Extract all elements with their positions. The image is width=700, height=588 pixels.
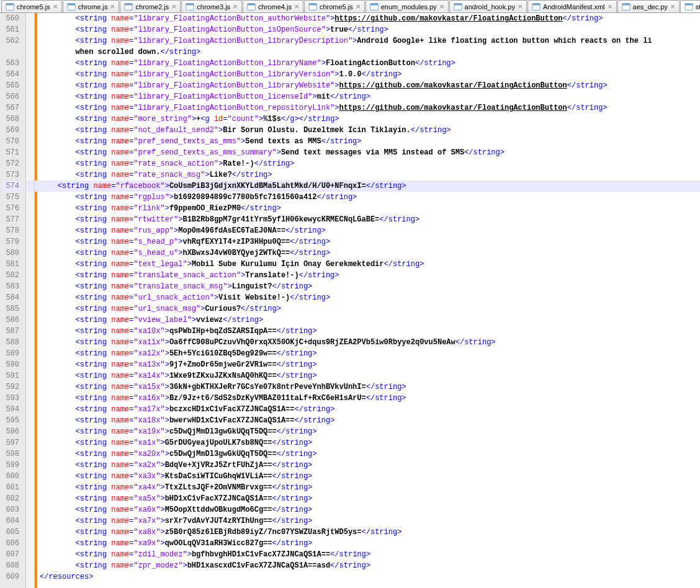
tab-bar: chrome5.js✕chrome.js✕chrome2.js✕chrome3.… — [0, 0, 700, 13]
code-line[interactable]: <string name="xa1x">G5rDUGyeajUpoULK7sb8… — [37, 437, 700, 448]
code-line[interactable]: <string name="xa18x">bwerwHD1xC1vFacX7ZJ… — [37, 415, 700, 426]
line-number: 570 — [2, 136, 20, 147]
line-number: 592 — [2, 381, 20, 393]
close-icon[interactable]: ✕ — [233, 3, 238, 10]
code-line[interactable]: <string name="xa20x">c5DwQjMmDl3gwGkUQqT… — [37, 448, 700, 460]
line-number: 566 — [2, 91, 20, 102]
tab-chrome5-js[interactable]: chrome5.js✕ — [1, 0, 62, 12]
code-line[interactable]: <string name="zdil_modez">bgfhbvghHD1xC1… — [37, 549, 700, 560]
close-icon[interactable]: ✕ — [356, 3, 361, 10]
code-line[interactable]: <string name="url_snack_msg">Curious?</s… — [37, 303, 700, 314]
code-line[interactable]: <string name="not_default_send2">Bir Sor… — [37, 125, 700, 136]
code-line[interactable]: <string name="xa9x">qwOOLqQV31aRH3Wicc82… — [37, 538, 700, 549]
line-number: 591 — [2, 370, 20, 381]
close-icon[interactable]: ✕ — [294, 3, 299, 10]
line-number: 563 — [2, 58, 20, 69]
code-line[interactable]: <string name="xa4x">TtxZLtsJQF+2OmVNMBrv… — [37, 482, 700, 493]
code-line[interactable]: <string name="xa2x">BdqVe+XjVRzJ5ZrtFUhZ… — [37, 460, 700, 471]
tab-chrome3-js[interactable]: chrome3.js✕ — [181, 0, 242, 12]
code-line[interactable]: <string name="xa13x">9j7+ZmoDr65mjweGr2V… — [37, 359, 700, 370]
code-line[interactable]: <string name="xa19x">c5DwQjMmDl3gwGkUQqT… — [37, 426, 700, 437]
tab-android_hook-py[interactable]: android_hook.py✕ — [449, 0, 527, 12]
code-line[interactable]: <string name="xa17x">bczxcHD1xC1vFacX7ZJ… — [37, 404, 700, 415]
code-line[interactable]: </resources> — [37, 571, 700, 582]
code-line[interactable]: <string name="library_FloatingActionButt… — [37, 80, 700, 91]
code-line[interactable]: <string name="library_FloatingActionButt… — [37, 58, 700, 69]
js-file-icon — [6, 2, 14, 11]
code-line[interactable]: <string name="vview_label">vviewz</strin… — [37, 314, 700, 326]
code-line[interactable]: <string name="pref_send_texts_as_mms">Se… — [37, 136, 700, 147]
close-icon[interactable]: ✕ — [518, 3, 523, 10]
py-file-icon — [454, 2, 462, 11]
code-line[interactable]: <string name="xa15x">36kN+gbKTHXJeRr7GCs… — [37, 381, 700, 393]
tab-chrome4-js[interactable]: chrome4.js✕ — [243, 0, 303, 12]
tab-aes_dec-py[interactable]: aes_dec.py✕ — [617, 0, 680, 12]
line-number: 568 — [2, 114, 20, 125]
code-line[interactable]: <string name="s_head_u">hXBwxsJ4vW0BYQye… — [37, 247, 700, 259]
line-number: 564 — [2, 69, 20, 80]
line-number: 580 — [2, 247, 20, 259]
js-file-icon — [186, 2, 194, 11]
close-icon[interactable]: ✕ — [608, 3, 612, 10]
line-number: 603 — [2, 504, 20, 515]
svg-rect-1 — [6, 3, 14, 5]
svg-rect-15 — [454, 3, 461, 5]
code-line[interactable]: <string name="xa12x">5Eh+5YciG10ZBq5Deg9… — [37, 348, 700, 359]
code-line[interactable]: <string name="library_FloatingActionButt… — [37, 35, 700, 47]
code-line[interactable]: <string name="xa8x">z5B0rQ85z6lEBjRdb89i… — [37, 527, 700, 538]
code-line[interactable]: <string name="xa11x">Oa6ffC908uPCzuvVhQ0… — [37, 337, 700, 348]
code-line[interactable]: <string name="rgplus">b16920894899c7780b… — [37, 192, 700, 203]
code-line[interactable]: <string name="zpr_modez">bHD1xascxdC1vFa… — [37, 560, 700, 571]
code-line[interactable]: <string name="pref_send_texts_as_mms_sum… — [37, 147, 700, 158]
code-line[interactable]: <string name="rlink">f9ppemOO_RiezPM0</s… — [37, 203, 700, 214]
close-icon[interactable]: ✕ — [110, 3, 115, 10]
line-number: 604 — [2, 515, 20, 527]
close-icon[interactable]: ✕ — [171, 3, 176, 10]
tab-chrome2-js[interactable]: chrome2.js✕ — [120, 0, 181, 12]
code-line[interactable]: <string name="translate_snack_action">Tr… — [37, 270, 700, 281]
code-line[interactable]: <string name="xa6x">M5OopXttddwOBkugdMo6… — [37, 504, 700, 515]
tab-chrome-js[interactable]: chrome.js✕ — [63, 0, 120, 12]
svg-rect-5 — [125, 3, 132, 5]
code-line[interactable]: <string name="rfacebook">CoUsmPiB3jGdjxn… — [37, 180, 700, 192]
code-line[interactable]: <string name="xa10x">qsPWbIHp+bqZdSZARSI… — [37, 326, 700, 337]
code-line[interactable]: <string name="xa14x">1Wxe9tZKxuJZKxNsAQ0… — [37, 370, 700, 381]
code-line[interactable]: <string name="library_FloatingActionButt… — [37, 102, 700, 114]
code-line[interactable]: <string name="library_FloatingActionButt… — [37, 69, 700, 80]
close-icon[interactable]: ✕ — [53, 3, 58, 10]
code-line[interactable]: <string name="url_snack_action">Visit We… — [37, 292, 700, 303]
svg-rect-19 — [622, 3, 629, 5]
line-number: 605 — [2, 527, 20, 538]
code-line[interactable]: when scrolled down.</string> — [37, 47, 700, 58]
code-line[interactable]: <string name="rate_snack_action">Rate!-)… — [37, 158, 700, 169]
code-line[interactable]: <string name="rtwitter">B1B2Rb8gpM7gr41t… — [37, 214, 700, 225]
code-line[interactable]: <string name="xa16x">Bz/9Jz+t6/SdS2sDzKy… — [37, 393, 700, 404]
code-line[interactable]: <string name="rus_app">Mop0m496fdAsEC6Ta… — [37, 225, 700, 236]
line-number: 609 — [2, 571, 20, 582]
code-line[interactable]: <string name="xa3x">KtsDaCsiWTICuGhqW1VL… — [37, 471, 700, 482]
tab-AndroidManifest-xml[interactable]: AndroidManifest.xml✕ — [527, 0, 617, 12]
js-file-icon — [247, 2, 256, 11]
code-line[interactable]: <string name="library_FloatingActionButt… — [37, 24, 700, 35]
line-number: 602 — [2, 493, 20, 504]
js-file-icon — [67, 2, 76, 11]
code-line[interactable]: <string name="library_FloatingActionButt… — [37, 91, 700, 102]
code-line[interactable]: <string name="library_FloatingActionButt… — [37, 13, 700, 24]
line-number: 572 — [2, 158, 20, 169]
tab-enum_modules-py[interactable]: enum_modules.py✕ — [366, 0, 449, 12]
close-icon[interactable]: ✕ — [670, 3, 675, 10]
code-line[interactable]: <string name="s_head_p">vhRqfEXYlT4+zIP3… — [37, 236, 700, 247]
line-number: 590 — [2, 359, 20, 370]
code-line[interactable]: <string name="rate_snack_msg">Like?</str… — [37, 169, 700, 180]
code-line[interactable]: <string name="more_string">+<g id="count… — [37, 114, 700, 125]
code-line[interactable]: <string name="text_legal">Mobil Sube Kur… — [37, 259, 700, 270]
code-line[interactable]: <string name="translate_snack_msg">Lingu… — [37, 281, 700, 292]
line-number-gutter: 5605615625635645655665675685695705715725… — [0, 13, 26, 588]
code-line[interactable]: <string name="xa5x">bHD1xC1vFacX7ZJNCaQS… — [37, 493, 700, 504]
close-icon[interactable]: ✕ — [439, 3, 444, 10]
code-area[interactable]: <string name="library_FloatingActionButt… — [37, 13, 700, 588]
tab-strings-xml[interactable]: strings.xml✕ — [680, 0, 700, 12]
line-number: 598 — [2, 448, 20, 460]
code-line[interactable]: <string name="xa7x">srXr7vdAvYJUT4zRYIhU… — [37, 515, 700, 527]
tab-chrome5-js[interactable]: chrome5.js✕ — [304, 0, 365, 12]
